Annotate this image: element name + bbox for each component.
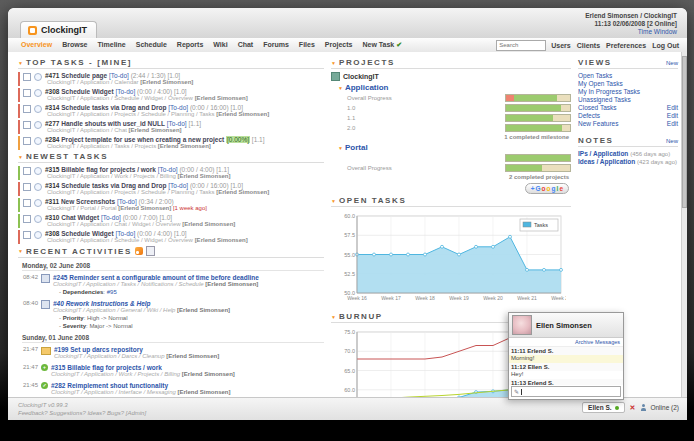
- tab-browse[interactable]: Browse: [57, 41, 92, 49]
- task-checkbox[interactable]: [23, 73, 31, 81]
- activity-link[interactable]: #245 Reminder sent a configurable amount…: [53, 274, 324, 281]
- scrollbar-thumb[interactable]: [682, 56, 687, 208]
- task-id: #471: [45, 72, 59, 79]
- archive-messages-link[interactable]: Archive Messages: [509, 338, 623, 347]
- notes-new-link[interactable]: New: [666, 138, 678, 144]
- tab-files[interactable]: Files: [294, 41, 320, 49]
- tab-forums[interactable]: Forums: [258, 41, 294, 49]
- progress-segment: [557, 95, 570, 101]
- view-item-my-in-progress-tasks[interactable]: My In Progress Tasks: [578, 88, 678, 96]
- task-row[interactable]: #314 Schedule tasks via Drag and Drop [T…: [18, 104, 324, 118]
- project-name: Application: [345, 83, 389, 92]
- chat-tab-ellen[interactable]: Ellen S.: [582, 402, 624, 413]
- task-row[interactable]: #310 Chat Widget [To-do] (0:00 / 7:00) […: [18, 214, 324, 228]
- task-row[interactable]: #471 Schedule page [To-do] (2:44 / 1:30)…: [18, 72, 324, 86]
- project-application[interactable]: ▼Application: [331, 83, 571, 92]
- task-breadcrumb: ClockingIT / Application / Schedule / Wi…: [45, 237, 324, 244]
- task-breadcrumb: ClockingIT / Application / Tasks / Proje…: [45, 143, 324, 150]
- view-edit-link[interactable]: Edit: [667, 120, 678, 128]
- view-item-new-features[interactable]: New FeaturesEdit: [578, 120, 678, 128]
- note-item[interactable]: IPs / Application (456 days ago): [578, 150, 678, 158]
- section-header-open-tasks[interactable]: ▼ OPEN TASKS: [331, 196, 571, 207]
- clock-icon[interactable]: [34, 199, 42, 207]
- task-id: #311: [45, 198, 59, 205]
- vertical-scrollbar[interactable]: [681, 52, 687, 398]
- clock-icon[interactable]: [34, 167, 42, 175]
- task-row[interactable]: #315 Billable flag for projects / work […: [18, 166, 324, 180]
- task-checkbox[interactable]: [23, 89, 31, 97]
- view-edit-link[interactable]: Edit: [667, 112, 678, 120]
- online-users-button[interactable]: Online (2): [640, 404, 679, 411]
- task-row[interactable]: #308 Schedule Widget [To-do] (0:00 / 4:0…: [18, 88, 324, 102]
- task-row[interactable]: #311 New Screenshots [To-do] (0:34 / 2:0…: [18, 198, 324, 212]
- nav-link-preferences[interactable]: Preferences: [606, 42, 646, 49]
- search-input[interactable]: [496, 40, 546, 51]
- view-item-open-tasks[interactable]: Open Tasks: [578, 72, 678, 80]
- clock-icon[interactable]: [34, 215, 42, 223]
- nav-link-clients[interactable]: Clients: [577, 42, 600, 49]
- clock-icon[interactable]: [34, 231, 42, 239]
- clock-icon[interactable]: [34, 121, 42, 129]
- clock-icon[interactable]: [34, 73, 42, 81]
- app-logo[interactable]: ClockingIT: [20, 21, 97, 38]
- clock-icon[interactable]: [34, 183, 42, 191]
- section-header-newest-tasks[interactable]: ▼ NEWEST TASKS: [18, 152, 324, 163]
- section-header-recent-activities[interactable]: ▼ RECENT ACTIVITIES: [18, 246, 324, 258]
- task-status: [To-do]: [168, 104, 188, 111]
- view-edit-link[interactable]: Edit: [667, 104, 678, 112]
- task-checkbox[interactable]: [23, 121, 31, 129]
- task-row[interactable]: #277 Handle shouts with user_id NULL [To…: [18, 120, 324, 134]
- tab-schedule[interactable]: Schedule: [131, 41, 172, 49]
- time-window-link[interactable]: Time Window: [585, 28, 677, 36]
- note-icon: [41, 300, 50, 309]
- activity-link[interactable]: #282 Reimplement shout functionality: [51, 382, 324, 389]
- tab-reports[interactable]: Reports: [172, 41, 208, 49]
- section-header-top-tasks[interactable]: ▼ TOP TASKS - [MINE]: [18, 58, 324, 69]
- view-item-my-open-tasks[interactable]: My Open Tasks: [578, 80, 678, 88]
- nav-link-users[interactable]: Users: [551, 42, 570, 49]
- nav-link-log-out[interactable]: Log Out: [652, 42, 679, 49]
- view-item-defects[interactable]: DefectsEdit: [578, 112, 678, 120]
- task-line: #315 Billable flag for projects / work […: [45, 166, 324, 173]
- tab-overview[interactable]: Overview: [16, 41, 57, 49]
- section-header-projects[interactable]: ▼ PROJECTS: [331, 58, 571, 69]
- tab-chat[interactable]: Chat: [233, 41, 259, 49]
- task-breadcrumb: ClockingIT / Application / Chat / Widget…: [45, 221, 324, 228]
- activity-link[interactable]: #40 Rework Instructions & Help: [53, 300, 324, 307]
- clock-icon[interactable]: [34, 89, 42, 97]
- feed-page-icon[interactable]: [146, 246, 155, 256]
- tab-new-task[interactable]: New Task✔: [357, 41, 407, 49]
- chat-message-input[interactable]: ✎: [511, 386, 621, 397]
- clock-icon[interactable]: [34, 137, 42, 145]
- task-checkbox[interactable]: [23, 199, 31, 207]
- task-title: New Screenshots: [61, 198, 115, 205]
- project-root[interactable]: ClockingIT: [331, 72, 571, 81]
- view-item-unassigned-tasks[interactable]: Unassigned Tasks: [578, 96, 678, 104]
- task-row[interactable]: #284 Project template for use when creat…: [18, 136, 324, 150]
- task-row[interactable]: #314 Schedule tasks via Drag and Drop [T…: [18, 182, 324, 196]
- clock-icon[interactable]: [34, 105, 42, 113]
- close-chat-icon[interactable]: ✕: [630, 404, 636, 412]
- property-value[interactable]: #95: [107, 289, 117, 295]
- task-checkbox[interactable]: [23, 167, 31, 175]
- task-checkbox[interactable]: [23, 105, 31, 113]
- activity-link[interactable]: #199 Set up darcs repository: [54, 346, 324, 353]
- chat-popup-header[interactable]: Ellen Simonsen: [509, 313, 623, 338]
- task-checkbox[interactable]: [23, 183, 31, 191]
- project-portal[interactable]: ▼Portal: [331, 143, 571, 152]
- tab-timeline[interactable]: Timeline: [92, 41, 130, 49]
- tab-wiki[interactable]: Wiki: [208, 41, 232, 49]
- views-new-link[interactable]: New: [666, 60, 678, 66]
- task-row[interactable]: #308 Schedule Widget [To-do] (0:00 / 4:0…: [18, 230, 324, 244]
- add-to-google-button[interactable]: +Google: [525, 183, 569, 194]
- rss-icon[interactable]: [135, 247, 143, 255]
- view-item-closed-tasks[interactable]: Closed TasksEdit: [578, 104, 678, 112]
- task-checkbox[interactable]: [23, 137, 31, 145]
- task-checkbox[interactable]: [23, 231, 31, 239]
- tab-projects[interactable]: Projects: [320, 41, 358, 49]
- task-checkbox[interactable]: [23, 215, 31, 223]
- activity-link[interactable]: #315 Billable flag for projects / work: [51, 364, 324, 371]
- note-item[interactable]: Ideas / Application (423 days ago): [578, 158, 678, 166]
- feedback-links[interactable]: Feedback? Suggestions? Ideas? Bugs? [Adm…: [18, 409, 146, 417]
- priority-bar: [18, 182, 20, 196]
